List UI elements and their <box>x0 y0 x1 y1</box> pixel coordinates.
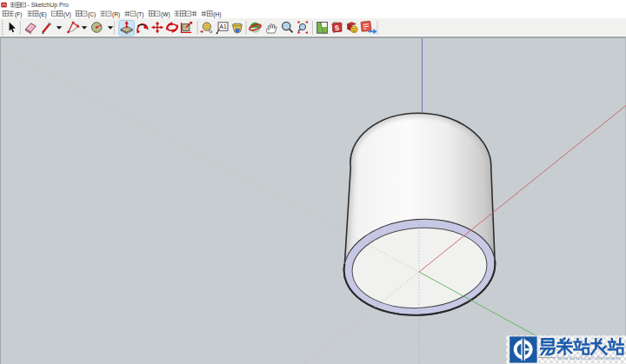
svg-text:Www.Easck.Com Webmaster: Www.Easck.Com Webmaster <box>557 355 622 361</box>
svg-text:(C): (C) <box>88 11 96 18</box>
svg-text:(T): (T) <box>137 11 143 18</box>
svg-text:(V): (V) <box>63 11 71 18</box>
svg-text:(E): (E) <box>39 11 47 18</box>
svg-text:(H): (H) <box>213 11 221 18</box>
svg-text:(F): (F) <box>15 11 22 18</box>
svg-text:- SketchUp Pro: - SketchUp Pro <box>28 2 70 9</box>
svg-text:A1: A1 <box>220 23 227 30</box>
svg-text:(W): (W) <box>161 11 170 18</box>
svg-text:(R): (R) <box>112 11 120 18</box>
